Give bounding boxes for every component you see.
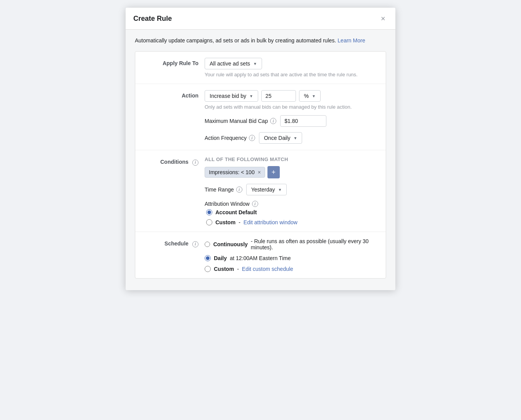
apply-rule-row: Apply Rule To All active ad sets ▼ Your … [135,52,386,84]
schedule-custom-radio[interactable] [205,266,211,272]
conditions-label: Conditions i [143,156,205,166]
learn-more-link[interactable]: Learn More [338,37,365,44]
schedule-daily-radio[interactable] [205,255,211,261]
attribution-radio-group: Account Default Custom - Edit attributio… [206,209,378,225]
action-unit-arrow-icon: ▼ [312,94,316,98]
apply-rule-hint: Your rule will apply to ad sets that are… [205,72,378,77]
attribution-account-default-radio[interactable] [206,209,212,215]
schedule-daily-label: Daily [214,255,227,261]
apply-rule-content: All active ad sets ▼ Your rule will appl… [205,58,378,77]
action-freq-dropdown[interactable]: Once Daily ▼ [259,132,302,144]
time-range-label: Time Range i [205,186,242,193]
conditions-row: Conditions i ALL of the following match … [135,150,386,232]
bid-cap-row: Maximum Manual Bid Cap i [205,115,378,127]
edit-custom-schedule-link[interactable]: Edit custom schedule [242,266,293,272]
action-controls: Increase bid by ▼ % ▼ [205,90,378,102]
schedule-continuously-label: Continuously [213,241,247,247]
schedule-label: Schedule i [143,238,205,247]
attribution-section: Attribution Window i Account Default [205,201,378,225]
time-range-value: Yesterday [251,186,275,193]
time-range-info-icon: i [236,186,242,193]
modal-header: Create Rule × [126,8,395,30]
time-range-arrow-icon: ▼ [278,188,282,192]
action-hint: Only ad sets with manual bids can be man… [205,104,378,110]
schedule-continuously-desc: - Rule runs as often as possible (usuall… [251,238,378,250]
action-unit-value: % [304,93,309,99]
bid-cap-label: Maximum Manual Bid Cap i [205,118,276,124]
intro-text: Automatically update campaigns, ad sets … [135,37,386,44]
action-content: Increase bid by ▼ % ▼ Only ad sets with … [205,90,378,144]
schedule-custom-label: Custom [214,266,234,272]
modal-title: Create Rule [133,15,172,23]
schedule-row: Schedule i Continuously - Rule runs as o… [135,232,386,278]
conditions-header: ALL of the following match [205,156,378,162]
edit-attribution-link[interactable]: Edit attribution window [244,219,297,225]
condition-tag-text: Impressions: < 100 [209,169,255,175]
schedule-info-icon: i [192,241,198,247]
action-freq-label: Action Frequency i [205,135,255,141]
action-row: Action Increase bid by ▼ % ▼ Only ad s [135,84,386,150]
condition-tag-impressions[interactable]: Impressions: < 100 × [205,167,265,178]
bid-cap-input[interactable] [280,115,326,127]
action-dropdown[interactable]: Increase bid by ▼ [205,90,258,102]
create-rule-modal: Create Rule × Automatically update campa… [126,8,395,290]
attribution-custom-label: Custom [215,219,235,225]
attribution-custom-radio[interactable] [206,219,212,225]
time-range-dropdown[interactable]: Yesterday ▼ [246,184,287,195]
schedule-continuously-option[interactable]: Continuously - Rule runs as often as pos… [205,238,378,250]
attribution-account-default-label: Account Default [215,209,257,215]
time-range-row: Time Range i Yesterday ▼ [205,184,378,195]
condition-tag-condition: < 100 [241,169,254,175]
action-freq-arrow-icon: ▼ [293,136,297,140]
action-dropdown-arrow-icon: ▼ [249,94,253,98]
apply-rule-arrow-icon: ▼ [253,62,257,66]
form-section: Apply Rule To All active ad sets ▼ Your … [135,51,386,279]
attribution-title: Attribution Window i [205,201,258,207]
schedule-custom-option[interactable]: Custom - Edit custom schedule [205,266,378,272]
action-label: Action [143,90,205,99]
attribution-account-default-option[interactable]: Account Default [206,209,378,215]
apply-rule-label: Apply Rule To [143,58,205,66]
conditions-tags-row: Impressions: < 100 × + [205,166,378,178]
action-freq-info-icon: i [249,135,255,141]
conditions-info-icon: i [192,160,198,166]
close-button[interactable]: × [378,14,388,23]
schedule-radio-group: Continuously - Rule runs as often as pos… [205,238,378,272]
schedule-continuously-radio[interactable] [205,241,210,247]
attribution-info-icon: i [252,201,258,207]
action-amount-input[interactable] [261,90,296,102]
apply-rule-value: All active ad sets [210,60,250,67]
attribution-custom-option[interactable]: Custom - Edit attribution window [206,219,378,225]
action-unit-dropdown[interactable]: % ▼ [299,90,321,102]
schedule-daily-option[interactable]: Daily at 12:00AM Eastern Time [205,255,378,261]
action-freq-value: Once Daily [264,135,290,141]
attribution-label-row: Attribution Window i [205,201,378,207]
conditions-content: ALL of the following match Impressions: … [205,156,378,225]
schedule-content: Continuously - Rule runs as often as pos… [205,238,378,272]
bid-cap-info-icon: i [270,118,276,124]
condition-remove-icon[interactable]: × [258,170,261,175]
add-condition-button[interactable]: + [267,166,280,178]
schedule-daily-desc: at 12:00AM Eastern Time [230,255,291,261]
action-freq-row: Action Frequency i Once Daily ▼ [205,132,378,144]
apply-rule-dropdown[interactable]: All active ad sets ▼ [205,58,262,69]
modal-body: Automatically update campaigns, ad sets … [126,30,395,290]
action-dropdown-value: Increase bid by [210,93,246,99]
